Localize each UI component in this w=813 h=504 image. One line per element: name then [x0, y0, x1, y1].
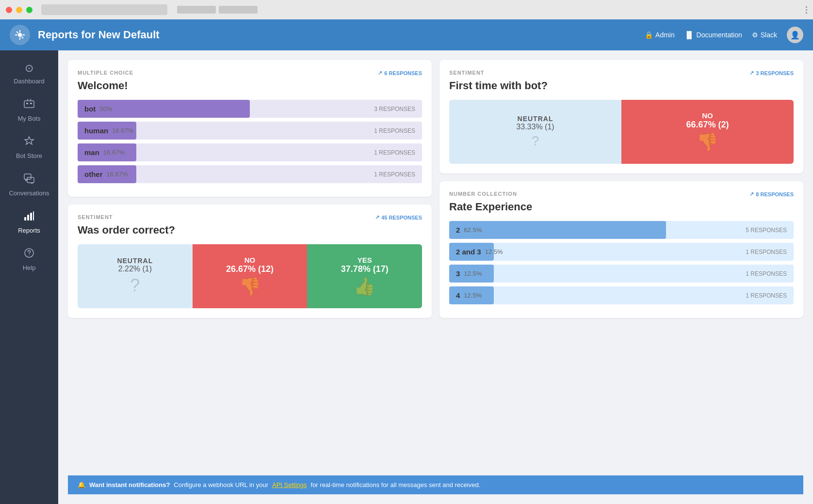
rate-card: NUMBER COLLECTION ↗ 8 RESPONSES Rate Exp… [439, 181, 803, 318]
rate-bar-2: 2 62.5% 5 RESPONSES [449, 221, 794, 239]
trend-icon-4: ↗ [749, 191, 754, 197]
content-area: MULTIPLE CHOICE ↗ 6 RESPONSES Welcome! [58, 50, 813, 504]
bar-bot: bot 50% 3 RESPONSES [78, 100, 422, 118]
lock-icon: 🔒 [645, 31, 653, 39]
rate-title: Rate Experience [449, 201, 794, 213]
first-time-no-icon: 👎 [697, 132, 718, 152]
right-column: SENTIMENT ↗ 3 RESPONSES First time with … [439, 60, 803, 468]
first-time-responses: ↗ 3 RESPONSES [749, 70, 794, 76]
my-bots-icon [24, 98, 34, 112]
svg-rect-14 [24, 217, 26, 220]
svg-line-6 [22, 37, 24, 39]
order-sentiment-row: NEUTRAL 2.22% (1) ? NO 26.67% (12) 👎 YES [78, 244, 422, 308]
bar-other-content: other 16.67% 1 RESPONSES [84, 170, 415, 178]
docs-icon: ▐▌ [684, 31, 694, 39]
slack-link[interactable]: ⚙ Slack [752, 31, 777, 39]
slack-icon: ⚙ [752, 31, 758, 39]
bell-icon: 🔔 [78, 481, 85, 488]
rate-bar-4-content: 4 12.5% 1 RESPONSES [456, 291, 787, 299]
trend-icon-3: ↗ [749, 70, 754, 76]
first-time-card: SENTIMENT ↗ 3 RESPONSES First time with … [439, 60, 803, 173]
bar-man-content: man 16.67% 1 RESPONSES [84, 148, 415, 157]
browser-tab-1[interactable] [177, 6, 216, 14]
neutral-question-icon: ? [130, 275, 140, 296]
first-time-title: First time with bot? [449, 79, 794, 92]
order-category: SENTIMENT [78, 214, 113, 220]
svg-point-19 [29, 255, 30, 256]
api-settings-link[interactable]: API Settings [272, 481, 307, 488]
bar-human-content: human 16.67% 1 RESPONSES [84, 126, 415, 135]
trend-icon: ↗ [378, 70, 382, 76]
svg-rect-16 [30, 213, 32, 220]
welcome-card: MULTIPLE CHOICE ↗ 6 RESPONSES Welcome! [68, 60, 432, 197]
order-yes-cell: YES 37.78% (17) 👍 [307, 244, 422, 308]
conversations-icon [24, 173, 34, 187]
svg-rect-7 [24, 101, 34, 108]
documentation-link[interactable]: ▐▌ Documentation [684, 31, 742, 39]
notification-bar: 🔔 Want instant notifications? Configure … [68, 475, 803, 494]
reports-icon [24, 210, 34, 224]
order-card-header: SENTIMENT ↗ 45 RESPONSES [78, 214, 422, 222]
rate-bar-3-content: 3 12.5% 1 RESPONSES [456, 269, 787, 278]
sidebar-item-reports[interactable]: Reports [0, 204, 58, 241]
welcome-card-header: MULTIPLE CHOICE ↗ 6 RESPONSES [78, 70, 422, 78]
browser-tabs [177, 6, 258, 14]
svg-line-5 [16, 32, 18, 33]
main-area: ⊙ Dashboard My Bots [0, 50, 813, 504]
welcome-category: MULTIPLE CHOICE [78, 70, 133, 76]
svg-rect-17 [33, 211, 34, 220]
rate-bar-2-content: 2 62.5% 5 RESPONSES [456, 226, 787, 234]
bar-bot-content: bot 50% 3 RESPONSES [84, 105, 415, 113]
user-avatar[interactable]: 👤 [787, 27, 803, 43]
browser-dot-green[interactable] [26, 7, 33, 13]
notification-rest: for real-time notifications for all mess… [311, 481, 481, 488]
svg-rect-15 [27, 215, 29, 220]
trend-icon-2: ↗ [375, 214, 379, 220]
first-time-card-header: SENTIMENT ↗ 3 RESPONSES [449, 70, 794, 78]
navbar-right: 🔒 Admin ▐▌ Documentation ⚙ Slack 👤 [645, 27, 803, 43]
first-time-category: SENTIMENT [449, 70, 485, 76]
welcome-bars: bot 50% 3 RESPONSES hum [78, 100, 422, 183]
svg-rect-13 [27, 177, 34, 183]
sidebar-item-conversations[interactable]: Conversations [0, 166, 58, 204]
browser-menu[interactable] [806, 6, 807, 14]
left-column: MULTIPLE CHOICE ↗ 6 RESPONSES Welcome! [68, 60, 432, 468]
help-icon [24, 248, 34, 261]
welcome-title: Welcome! [78, 79, 422, 92]
dashboard-icon: ⊙ [25, 62, 33, 75]
svg-point-0 [18, 33, 22, 37]
order-title: Was order correct? [78, 224, 422, 236]
svg-rect-9 [30, 103, 32, 104]
order-responses: ↗ 45 RESPONSES [375, 214, 422, 220]
browser-dot-red[interactable] [6, 7, 12, 13]
first-time-neutral-icon: ? [532, 133, 539, 149]
sidebar-item-help[interactable]: Help [0, 241, 58, 278]
notification-text: Want instant notifications? [89, 481, 170, 488]
bar-other: other 16.67% 1 RESPONSES [78, 165, 422, 183]
admin-link[interactable]: 🔒 Admin [645, 31, 675, 39]
rate-bar-3: 3 12.5% 1 RESPONSES [449, 265, 794, 283]
first-time-no-cell: NO 66.67% (2) 👎 [621, 100, 794, 164]
rate-bar-2and3-content: 2 and 3 12.5% 1 RESPONSES [456, 248, 787, 256]
browser-url-bar[interactable] [41, 4, 167, 15]
first-time-sentiment-row: NEUTRAL 33.33% (1) ? NO 66.67% (2) 👎 [449, 100, 794, 164]
navbar: Reports for New Default 🔒 Admin ▐▌ Docum… [0, 19, 813, 50]
svg-rect-8 [26, 103, 28, 104]
browser-dot-yellow[interactable] [16, 7, 22, 13]
rate-category: NUMBER COLLECTION [449, 191, 517, 197]
first-time-neutral-cell: NEUTRAL 33.33% (1) ? [449, 100, 621, 164]
sidebar-item-dashboard[interactable]: ⊙ Dashboard [0, 55, 58, 92]
sidebar-item-bot-store[interactable]: Bot Store [0, 129, 58, 166]
cards-grid: MULTIPLE CHOICE ↗ 6 RESPONSES Welcome! [68, 60, 803, 468]
page-title: Reports for New Default [38, 29, 160, 41]
svg-rect-12 [24, 174, 31, 179]
sidebar-item-my-bots[interactable]: My Bots [0, 92, 58, 129]
order-card: SENTIMENT ↗ 45 RESPONSES Was order corre… [68, 205, 432, 318]
browser-chrome [0, 0, 813, 19]
no-thumbsdown-icon: 👎 [239, 276, 261, 297]
welcome-responses: ↗ 6 RESPONSES [378, 70, 422, 76]
order-no-cell: NO 26.67% (12) 👎 [193, 244, 308, 308]
bot-store-icon [24, 136, 34, 149]
browser-tab-2[interactable] [219, 6, 258, 14]
bar-human: human 16.67% 1 RESPONSES [78, 122, 422, 140]
